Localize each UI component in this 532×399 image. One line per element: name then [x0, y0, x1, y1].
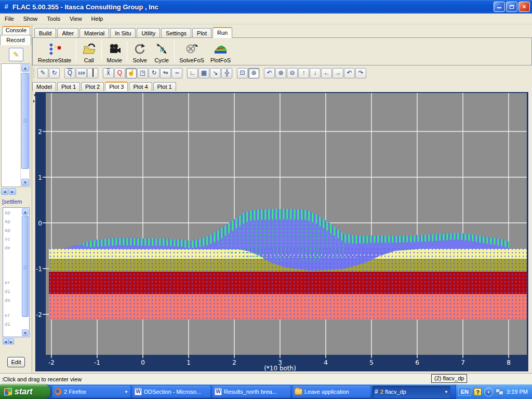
coords-icon[interactable]: ↘: [210, 68, 221, 78]
taskbar-item-ddsection[interactable]: W DDSection - Microso...: [132, 386, 210, 398]
tab-plot1b[interactable]: Plot 1: [153, 82, 176, 91]
movie-button[interactable]: Movie: [103, 39, 125, 64]
word-icon: W: [135, 388, 142, 395]
chevron-down-icon[interactable]: ▼: [124, 390, 128, 394]
y-tick-label: 0: [38, 220, 42, 227]
y-tick-label: -1: [36, 265, 42, 273]
x-tick-label: 6: [415, 359, 419, 366]
tray-collapse-icon[interactable]: ‹: [484, 388, 493, 396]
menu-tools[interactable]: Tools: [42, 14, 65, 23]
folder-icon: [295, 389, 302, 395]
menu-file[interactable]: File: [0, 14, 19, 23]
taskbar-item-firefox[interactable]: 2 Firefox ▼: [52, 386, 130, 398]
chevron-down-icon[interactable]: ▼: [444, 390, 448, 394]
taskbar: start 2 Firefox ▼ W DDSection - Microso.…: [0, 384, 532, 399]
scroll-left-button[interactable]: ◄: [3, 338, 8, 344]
zoom-in-icon[interactable]: ⊕: [275, 68, 286, 78]
xbar-icon[interactable]: x̄: [103, 68, 114, 78]
scroll-thumb[interactable]: [21, 73, 29, 169]
undo-icon[interactable]: ↶: [264, 68, 275, 78]
y-tick-label: 1: [38, 174, 42, 181]
scroll-left-button[interactable]: ◄: [1, 188, 8, 195]
solvefos-button[interactable]: SolveFoS: [176, 39, 207, 64]
resize-icon[interactable]: ◳: [137, 68, 148, 78]
cycle-button[interactable]: # Cycle: [151, 39, 172, 64]
restore-button[interactable]: [506, 2, 517, 12]
scroll-down-button[interactable]: ▼: [22, 329, 29, 336]
link-boxes-icon[interactable]: ▫▫: [171, 68, 182, 78]
zoom-window-icon[interactable]: ⊡: [237, 68, 248, 78]
x-tick-label: 7: [461, 359, 465, 366]
colors-icon[interactable]: [87, 68, 98, 78]
tab-plot1[interactable]: Plot 1: [57, 82, 80, 91]
scroll-thumb[interactable]: [22, 216, 29, 317]
tab-plot[interactable]: Plot: [192, 28, 211, 38]
new-plot-icon[interactable]: ✎: [37, 68, 48, 78]
edit-button[interactable]: Edit: [7, 357, 25, 367]
call-icon: [81, 42, 97, 57]
tab-material[interactable]: Material: [79, 28, 109, 38]
zoom-out-icon[interactable]: ⊖: [287, 68, 298, 78]
scroll-up-button[interactable]: ▲: [22, 208, 29, 215]
tab-console[interactable]: Console: [2, 26, 30, 35]
y-tick-label: -2: [36, 311, 42, 318]
tab-plot3[interactable]: Plot 3: [105, 82, 128, 91]
rotate-cw-icon[interactable]: ↷: [355, 68, 366, 78]
solvefos-icon: [184, 42, 200, 57]
scroll-right-button[interactable]: ►: [8, 338, 14, 344]
taskbar-item-leave-application[interactable]: Leave application: [292, 386, 370, 398]
restore-state-button[interactable]: RestoreState: [35, 39, 74, 64]
menu-view[interactable]: View: [65, 14, 87, 23]
scroll-up-button[interactable]: ▲: [21, 64, 29, 72]
minimize-button[interactable]: [494, 2, 505, 12]
plot-view[interactable]: 2 1 0 -1 -2 -2 -1 0 1 2 3 4 5 6 7 8 (*10…: [35, 91, 529, 372]
pan-down-icon[interactable]: ↓: [310, 68, 321, 78]
scroll-down-button[interactable]: ▼: [21, 179, 29, 186]
tab-record[interactable]: Record: [0, 35, 31, 45]
taskbar-item-flacv-dp[interactable]: # 2 flacv_dp ▼: [373, 386, 450, 398]
tab-plot4[interactable]: Plot 4: [129, 82, 152, 91]
tab-model[interactable]: Model: [32, 82, 56, 91]
toolbar-grip[interactable]: [33, 69, 35, 78]
axes-icon[interactable]: ∟: [187, 68, 198, 78]
grid-icon[interactable]: ▦: [198, 68, 209, 78]
call-button[interactable]: Call: [78, 39, 100, 64]
pan-left-icon[interactable]: ←: [321, 68, 332, 78]
tab-run[interactable]: Run: [212, 27, 232, 38]
tab-plot2[interactable]: Plot 2: [81, 82, 104, 91]
edit-record-button[interactable]: ✎: [9, 48, 23, 61]
status-text: :Click and drag to recenter view: [2, 376, 82, 382]
network-icon[interactable]: [496, 389, 504, 395]
menu-help[interactable]: Help: [87, 14, 108, 23]
windows-logo-icon: [4, 388, 12, 395]
tab-utility[interactable]: Utility: [137, 28, 160, 38]
zoom-box-icon[interactable]: Q: [114, 68, 125, 78]
magnify-icon[interactable]: ⊕: [248, 68, 259, 78]
pan-up-icon[interactable]: ↑: [298, 68, 309, 78]
taskbar-item-results[interactable]: W Results_north brea...: [212, 386, 290, 398]
language-help-icon[interactable]: ?: [474, 388, 482, 396]
center-icon[interactable]: ╬: [221, 68, 232, 78]
tab-alter[interactable]: Alter: [57, 28, 78, 38]
rotate-ccw-icon[interactable]: ↶: [344, 68, 355, 78]
close-button[interactable]: ×: [518, 2, 530, 12]
start-button[interactable]: start: [0, 384, 50, 399]
language-indicator[interactable]: EN: [458, 388, 471, 396]
plotfos-button[interactable]: PlotFoS: [207, 39, 234, 64]
tab-build[interactable]: Build: [34, 28, 56, 38]
tab-insitu[interactable]: In Situ: [110, 28, 136, 38]
list-item[interactable]: di: [3, 321, 29, 329]
numbers-icon[interactable]: 123: [76, 68, 87, 78]
solve-button[interactable]: Solve: [129, 39, 151, 64]
tab-settings[interactable]: Settings: [161, 28, 191, 38]
menu-show[interactable]: Show: [19, 14, 43, 23]
settlement-listbox[interactable]: ap ap ap sc de er di de er di ▲ ▼: [3, 207, 30, 337]
record-listbox[interactable]: ▲ ▼: [1, 63, 30, 187]
scroll-right-button[interactable]: ►: [9, 188, 16, 195]
rotate-pointer-icon[interactable]: ↬: [160, 68, 171, 78]
zoom-extents-icon[interactable]: Q: [64, 68, 75, 78]
rotate-icon[interactable]: ↻: [149, 68, 159, 78]
pan-right-icon[interactable]: →: [332, 68, 343, 78]
pan-hand-icon[interactable]: ☝: [126, 68, 137, 78]
refresh-icon[interactable]: ↻: [49, 68, 60, 78]
